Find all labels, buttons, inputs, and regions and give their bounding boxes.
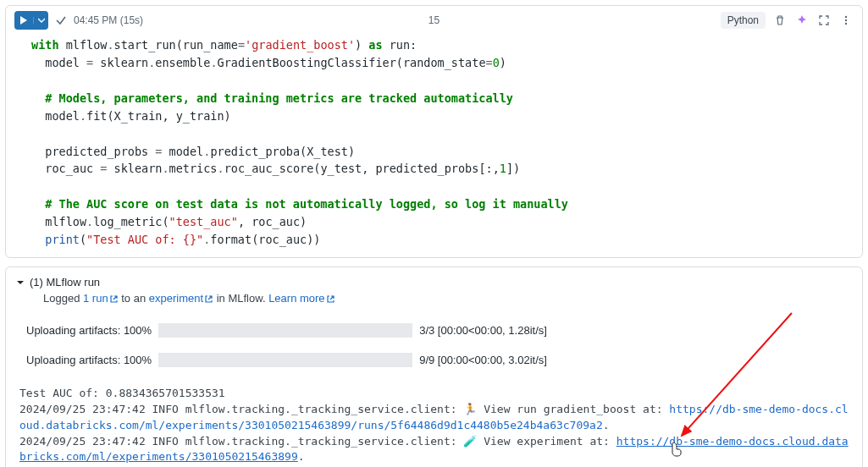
progress-row: Uploading artifacts: 100% 3/3 [00:00<00:… <box>26 323 852 338</box>
progress-label: Uploading artifacts: 100% <box>26 324 152 337</box>
trash-icon[interactable] <box>772 13 788 28</box>
console-output: Test AUC of: 0.8834365701533531 2024/09/… <box>19 382 852 465</box>
progress-label: Uploading artifacts: 100% <box>26 354 152 366</box>
collapse-caret-icon[interactable] <box>16 278 25 287</box>
cell-toolbar: 04:45 PM (15s) 15 Python <box>6 6 862 35</box>
run-link[interactable]: 1 run <box>83 292 119 305</box>
language-selector[interactable]: Python <box>721 12 766 29</box>
learn-more-link[interactable]: Learn more <box>268 292 334 305</box>
code-editor[interactable]: with mlflow.start_run(run_name='gradient… <box>6 35 862 257</box>
external-link-icon <box>204 294 213 304</box>
status-check-icon <box>55 14 67 26</box>
progress-bar <box>158 353 412 367</box>
code-cell: 04:45 PM (15s) 15 Python with mlflow.sta… <box>5 5 863 258</box>
external-link-icon <box>326 294 335 304</box>
cell-number: 15 <box>428 14 440 26</box>
expand-icon[interactable] <box>816 13 832 28</box>
output-panel: (1) MLflow run Logged 1 run to an experi… <box>5 266 863 467</box>
progress-stats: 9/9 [00:00<00:00, 3.02it/s] <box>419 354 547 366</box>
progress-stats: 3/3 [00:00<00:00, 1.28it/s] <box>419 324 547 337</box>
run-menu-caret-icon[interactable] <box>33 17 48 24</box>
output-subheader: Logged 1 run to an experiment in MLflow.… <box>6 292 862 313</box>
run-timestamp: 04:45 PM (15s) <box>74 14 143 26</box>
output-header[interactable]: (1) MLflow run <box>6 267 862 292</box>
output-body: Uploading artifacts: 100% 3/3 [00:00<00:… <box>6 313 862 467</box>
external-link-icon <box>109 294 119 304</box>
run-button[interactable] <box>14 11 48 30</box>
output-title: (1) MLflow run <box>30 276 100 288</box>
svg-point-1 <box>845 19 847 21</box>
progress-row: Uploading artifacts: 100% 9/9 [00:00<00:… <box>26 353 852 367</box>
play-icon <box>14 16 33 25</box>
ai-assist-icon[interactable] <box>794 13 810 28</box>
svg-point-2 <box>845 23 847 25</box>
progress-bar <box>158 323 412 338</box>
kebab-menu-icon[interactable] <box>838 13 854 28</box>
experiment-link[interactable]: experiment <box>149 292 213 305</box>
svg-point-0 <box>845 16 847 18</box>
